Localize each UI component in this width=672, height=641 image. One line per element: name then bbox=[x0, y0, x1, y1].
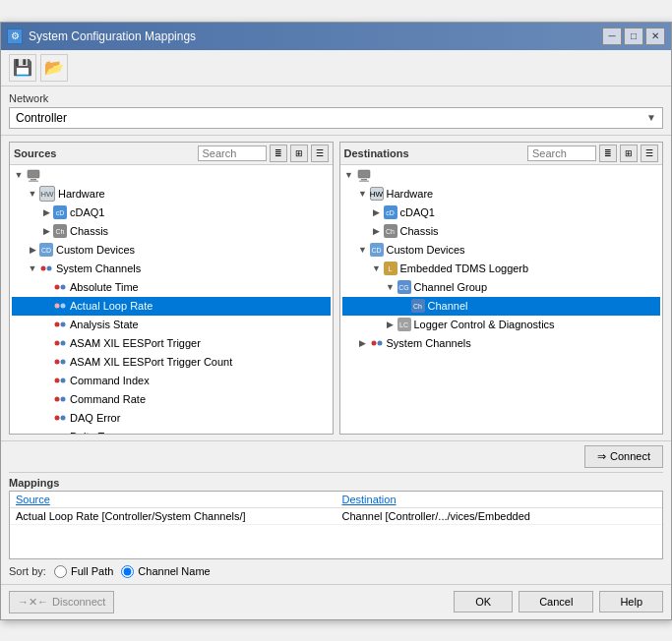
restore-button[interactable]: □ bbox=[624, 28, 643, 45]
destinations-filter-icon[interactable]: ⊞ bbox=[620, 145, 638, 162]
svg-point-20 bbox=[61, 416, 66, 421]
expander-icon[interactable]: ▼ bbox=[26, 187, 39, 201]
minimize-button[interactable]: ─ bbox=[602, 28, 622, 45]
destinations-search-input[interactable] bbox=[527, 146, 596, 161]
sources-toolbar: ≣ ⊞ ☰ bbox=[198, 145, 329, 162]
tree-row[interactable]: ▶ CD Custom Devices bbox=[12, 241, 331, 260]
svg-rect-23 bbox=[358, 170, 370, 178]
tree-row[interactable]: Command Rate bbox=[12, 390, 331, 409]
expander-icon[interactable]: ▼ bbox=[26, 262, 39, 275]
disconnect-button[interactable]: →✕← Disconnect bbox=[9, 591, 114, 613]
tree-row[interactable]: ▼ HW Hardware bbox=[12, 185, 331, 204]
tree-item-label: Chassis bbox=[400, 223, 439, 240]
logger-ctrl-icon: LC bbox=[397, 318, 411, 331]
tree-item-label: Analysis State bbox=[70, 317, 139, 333]
save-button[interactable]: 💾 bbox=[9, 54, 36, 82]
tree-item-label: Command Index bbox=[70, 373, 150, 389]
expander-icon[interactable]: ▼ bbox=[356, 187, 370, 201]
svg-point-7 bbox=[55, 304, 60, 309]
tree-row[interactable]: ▶ Ch Chassis bbox=[342, 222, 661, 241]
svg-point-18 bbox=[61, 397, 66, 402]
custom-devices-icon: CD bbox=[39, 243, 53, 257]
tree-row[interactable]: ▶ Ch Chassis bbox=[12, 222, 331, 241]
cancel-button[interactable]: Cancel bbox=[519, 591, 593, 612]
expander-icon[interactable]: ▶ bbox=[370, 224, 384, 238]
expander-icon[interactable]: ▼ bbox=[384, 280, 397, 294]
sources-filter-icon[interactable]: ⊞ bbox=[290, 145, 308, 162]
destinations-tree-icon[interactable]: ≣ bbox=[599, 145, 617, 162]
tree-row[interactable]: Command Index bbox=[12, 372, 331, 390]
sort-full-path-radio[interactable] bbox=[54, 565, 67, 578]
expander-icon[interactable]: ▶ bbox=[356, 336, 370, 350]
tree-item-label: Delta T bbox=[70, 429, 104, 434]
tree-row-selected[interactable]: Actual Loop Rate bbox=[12, 297, 331, 316]
expander-icon[interactable]: ▼ bbox=[342, 169, 356, 183]
expander-icon bbox=[39, 336, 53, 350]
tree-row[interactable]: Delta T bbox=[12, 428, 331, 434]
sort-channel-name-option[interactable]: Channel Name bbox=[121, 565, 210, 578]
tree-row[interactable]: ▼ L Embedded TDMS Loggerb bbox=[342, 260, 661, 278]
expander-icon bbox=[39, 318, 53, 331]
sources-search-input[interactable] bbox=[198, 146, 267, 161]
close-button[interactable]: ✕ bbox=[645, 28, 665, 45]
expander-icon[interactable]: ▶ bbox=[370, 205, 384, 219]
mapping-source-cell: Actual Loop Rate [Controller/System Chan… bbox=[10, 507, 336, 524]
tree-row[interactable]: Analysis State bbox=[12, 316, 331, 334]
tree-row[interactable]: ▶ cD cDAQ1 bbox=[342, 204, 661, 222]
tree-row[interactable]: ▼ System Channels bbox=[12, 260, 331, 278]
expander-icon[interactable]: ▼ bbox=[356, 243, 370, 257]
sort-channel-name-radio[interactable] bbox=[121, 565, 134, 578]
sort-full-path-label: Full Path bbox=[71, 565, 113, 577]
expander-icon[interactable]: ▶ bbox=[384, 318, 397, 331]
mappings-table[interactable]: Source Destination Actual Loop Rate [Con… bbox=[9, 491, 663, 559]
tree-row[interactable]: ▶ LC Logger Control & Diagnostics bbox=[342, 316, 661, 334]
sources-tree-icon[interactable]: ≣ bbox=[270, 145, 287, 162]
tree-row[interactable]: ASAM XIL EESPort Trigger bbox=[12, 334, 331, 353]
tree-row[interactable]: ASAM XIL EESPort Trigger Count bbox=[12, 353, 331, 372]
connect-button[interactable]: ⇒ Connect bbox=[584, 445, 663, 468]
expander-icon[interactable]: ▶ bbox=[39, 224, 53, 238]
tree-row[interactable]: Absolute Time bbox=[12, 278, 331, 297]
svg-point-17 bbox=[55, 397, 60, 402]
sort-full-path-option[interactable]: Full Path bbox=[54, 565, 113, 578]
expander-icon[interactable]: ▶ bbox=[26, 243, 39, 257]
svg-point-14 bbox=[61, 360, 66, 365]
source-column-header[interactable]: Source bbox=[10, 492, 336, 508]
channel-icon: Ch bbox=[411, 299, 425, 313]
logger-icon: L bbox=[384, 262, 397, 275]
tree-item-label: cDAQ1 bbox=[70, 204, 104, 221]
destination-column-header[interactable]: Destination bbox=[336, 492, 663, 508]
expander-icon[interactable]: ▼ bbox=[12, 169, 26, 183]
destinations-list-icon[interactable]: ☰ bbox=[641, 145, 658, 162]
connect-label: Connect bbox=[610, 450, 650, 462]
hardware-icon: HW bbox=[39, 186, 55, 202]
open-button[interactable]: 📂 bbox=[40, 54, 68, 82]
tree-row[interactable]: ▶ cD cDAQ1 bbox=[12, 204, 331, 222]
ok-button[interactable]: OK bbox=[454, 591, 513, 612]
svg-rect-0 bbox=[28, 170, 39, 178]
tree-row[interactable]: ▼ CG Channel Group bbox=[342, 278, 661, 297]
tree-item-label: Chassis bbox=[70, 223, 108, 240]
mapping-row[interactable]: Actual Loop Rate [Controller/System Chan… bbox=[10, 507, 662, 524]
tree-row[interactable]: ▼ bbox=[342, 167, 661, 185]
sources-list-icon[interactable]: ☰ bbox=[311, 145, 329, 162]
computer-icon bbox=[356, 168, 372, 184]
help-button[interactable]: Help bbox=[599, 591, 663, 612]
svg-point-11 bbox=[55, 341, 60, 346]
sources-panel-header: Sources ≣ ⊞ ☰ bbox=[10, 143, 333, 165]
tree-row[interactable]: DAQ Error bbox=[12, 409, 331, 428]
sources-tree[interactable]: ▼ ▼ HW Hardware bbox=[10, 165, 333, 434]
expander-icon bbox=[39, 374, 53, 387]
expander-icon[interactable]: ▼ bbox=[370, 262, 384, 275]
channel-icon bbox=[53, 392, 67, 406]
tree-row[interactable]: ▼ bbox=[12, 167, 331, 185]
tree-row[interactable]: ▼ CD Custom Devices bbox=[342, 241, 661, 260]
tree-row[interactable]: ▼ HW Hardware bbox=[342, 185, 661, 204]
expander-icon bbox=[39, 280, 53, 294]
expander-icon bbox=[39, 299, 53, 313]
tree-row[interactable]: ▶ System Channels bbox=[342, 334, 661, 353]
expander-icon[interactable]: ▶ bbox=[39, 205, 53, 219]
network-dropdown[interactable]: Controller ▼ bbox=[9, 107, 663, 129]
destinations-tree[interactable]: ▼ ▼ HW Hardware bbox=[340, 165, 663, 434]
tree-row-selected[interactable]: Ch Channel bbox=[342, 297, 661, 316]
